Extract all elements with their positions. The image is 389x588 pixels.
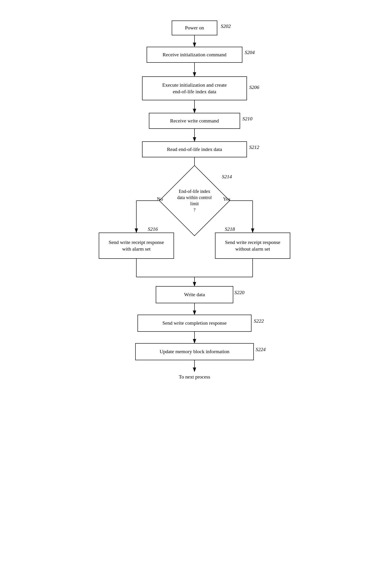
s204-label: S204 — [245, 49, 255, 55]
s214-label: S214 — [222, 174, 232, 180]
s222-label: S222 — [254, 318, 264, 324]
receive-init-box: Receive initialization command — [147, 47, 242, 63]
write-data-label: Write data — [184, 291, 205, 298]
yes-label: Yes — [223, 196, 230, 202]
receive-init-label: Receive initialization command — [162, 52, 227, 58]
send-with-alarm-box: Send write receipt response with alarm s… — [99, 233, 174, 259]
no-label: No — [157, 196, 163, 202]
s220-label: S220 — [234, 290, 244, 295]
next-process-text: To next process — [165, 374, 224, 380]
s224-label: S224 — [256, 346, 266, 352]
diamond-container: End-of-life indexdata within control lim… — [169, 173, 220, 228]
send-without-alarm-box: Send write receipt response without alar… — [215, 233, 290, 259]
s216-label: S216 — [148, 226, 158, 232]
s210-label: S210 — [242, 116, 252, 122]
send-completion-label: Send write completion response — [162, 320, 227, 327]
send-without-alarm-label: Send write receipt response without alar… — [225, 239, 281, 252]
s218-label: S218 — [225, 226, 235, 232]
s212-label: S212 — [249, 144, 259, 150]
diamond-text: End-of-life indexdata within control lim… — [174, 188, 215, 213]
read-eol-label: Read end-of-life index data — [167, 146, 222, 153]
s206-label: S206 — [249, 84, 259, 90]
power-on-box: Power on — [172, 21, 217, 35]
receive-write-box: Receive write command — [149, 113, 240, 129]
send-completion-box: Send write completion response — [137, 315, 252, 332]
receive-write-label: Receive write command — [170, 118, 219, 124]
read-eol-box: Read end-of-life index data — [142, 141, 247, 157]
send-with-alarm-label: Send write receipt response with alarm s… — [109, 239, 164, 252]
power-on-label: Power on — [185, 25, 204, 31]
update-memory-label: Update memory block information — [160, 348, 229, 355]
flowchart-diagram: Power on S202 Receive initialization com… — [92, 9, 297, 579]
write-data-box: Write data — [156, 286, 233, 303]
update-memory-box: Update memory block information — [135, 343, 254, 360]
execute-init-box: Execute initialization and create end-of… — [142, 76, 247, 100]
execute-init-label: Execute initialization and create end-of… — [162, 82, 227, 95]
s202-label: S202 — [221, 23, 231, 29]
